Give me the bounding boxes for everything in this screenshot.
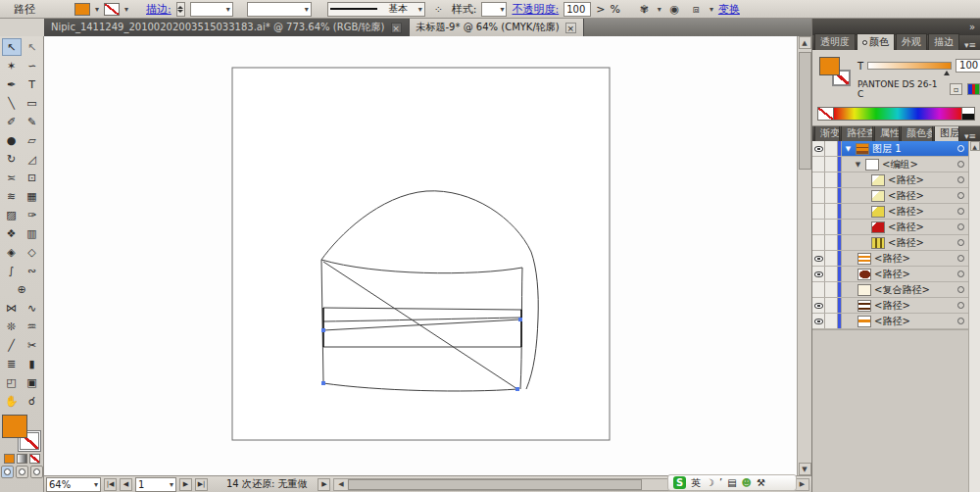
visibility-toggle[interactable] [812, 267, 825, 281]
tool-scallop[interactable]: ♒ [23, 318, 42, 335]
color-mode-icon[interactable] [967, 83, 980, 95]
layer-name[interactable]: <路径> [874, 315, 910, 328]
fill-proxy-swatch[interactable] [819, 57, 840, 75]
scroll-up-icon[interactable]: ▲ [799, 36, 811, 49]
spectrum-ramp[interactable] [834, 108, 961, 120]
layer-name[interactable]: <路径> [888, 221, 924, 234]
tool-pencil[interactable]: ✎ [23, 113, 42, 130]
tab-gradient[interactable]: 渐变 [814, 124, 840, 141]
tint-slider-track[interactable] [867, 62, 952, 70]
horizontal-scroll-thumb[interactable] [348, 479, 642, 490]
tool-wrinkle[interactable]: ∿ [23, 299, 42, 317]
ime-fullhalf-icon[interactable]: ☽ [706, 477, 714, 488]
isolate-icon[interactable]: ◉ [666, 2, 683, 17]
tab-transparency[interactable]: 透明度 [814, 33, 856, 50]
target-circle[interactable] [957, 208, 964, 215]
scroll-left-icon[interactable]: ◀ [334, 479, 347, 490]
tool-width[interactable]: ≍ [2, 169, 22, 186]
target-circle[interactable] [957, 271, 964, 277]
draw-behind-mode-button[interactable] [16, 466, 28, 478]
stroke-weight-stepper[interactable] [176, 2, 185, 17]
tool-rectangle[interactable]: ▭ [23, 94, 42, 112]
layer-row-group[interactable]: ▼<编组> [812, 157, 980, 172]
visibility-toggle[interactable] [812, 314, 825, 328]
layer-row-compound-path[interactable]: <复合路径> [812, 282, 980, 298]
tab-pathfinder[interactable]: 路径查 [841, 124, 873, 141]
layer-name[interactable]: <编组> [882, 158, 918, 172]
tool-line[interactable]: ╲ [2, 94, 22, 112]
anchor-point[interactable] [321, 328, 325, 332]
layer-row-path[interactable]: <路径> [812, 204, 980, 220]
recolor-dropdown-icon[interactable]: ▾ [658, 5, 662, 14]
target-circle[interactable] [957, 286, 964, 293]
canvas-vertical-scrollbar[interactable]: ▲ ▼ [797, 36, 811, 475]
layer-name[interactable]: 图层 1 [872, 142, 902, 156]
stroke-dropdown-icon[interactable]: ▾ [124, 5, 128, 14]
lock-toggle[interactable] [825, 314, 838, 328]
tint-slider-handle[interactable] [944, 71, 950, 75]
lock-toggle[interactable] [825, 141, 838, 156]
visibility-toggle[interactable] [812, 204, 825, 219]
tool-type[interactable]: T [23, 75, 42, 93]
tool-lasso[interactable]: ∽ [23, 57, 42, 74]
target-circle[interactable] [957, 176, 964, 183]
out-of-gamut-icon[interactable]: ▫ [950, 83, 962, 95]
align-dropdown-icon[interactable]: ▾ [710, 5, 713, 14]
expander-icon[interactable]: ▼ [844, 145, 853, 153]
tool-selection[interactable]: ↖ [2, 38, 22, 56]
tool-graph[interactable]: ▥ [23, 224, 42, 242]
fill-stroke-proxy[interactable] [2, 415, 41, 452]
zoom-level-combo[interactable]: 64%▾ [46, 477, 101, 492]
tool-artboard[interactable]: ⊕ [12, 280, 31, 298]
tool-paintbrush[interactable]: ✐ [2, 113, 22, 130]
tool-magic-wand[interactable]: ✶ [2, 57, 22, 74]
anchor-point[interactable] [515, 387, 519, 391]
target-circle[interactable] [957, 255, 964, 262]
tool-reshape[interactable]: ⋈ [2, 299, 22, 317]
visibility-toggle[interactable] [812, 172, 825, 187]
layer-row-path[interactable]: <路径> [812, 220, 980, 235]
layer-name[interactable]: <路径> [888, 205, 924, 219]
status-expand-icon[interactable]: ▶ [318, 478, 330, 491]
ime-settings-icon[interactable]: ⚒ [757, 477, 765, 488]
lock-toggle[interactable] [825, 204, 838, 219]
layer-row-path[interactable]: <路径> [812, 188, 980, 204]
ime-profile-icon[interactable]: ☻ [742, 477, 752, 488]
scroll-down-icon[interactable]: ▼ [799, 463, 811, 475]
fill-color-swatch[interactable] [74, 3, 90, 16]
target-circle[interactable] [957, 192, 964, 199]
canvas-area[interactable] [44, 36, 797, 475]
stroke-panel-link[interactable]: 描边: [146, 2, 172, 17]
tool-blob-brush[interactable]: ● [2, 131, 22, 149]
visibility-toggle[interactable] [812, 235, 825, 250]
tab-appearance[interactable]: 外观 [896, 33, 927, 50]
lock-toggle[interactable] [825, 282, 838, 297]
first-artboard-icon[interactable]: |◀ [104, 478, 117, 491]
lock-toggle[interactable] [825, 235, 838, 250]
layer-row-path[interactable]: <路径> [812, 298, 980, 314]
lock-toggle[interactable] [825, 267, 838, 281]
tool-liquify[interactable]: ∾ [23, 262, 42, 279]
tab-stroke[interactable]: 描边 [928, 33, 959, 50]
tool-direct-selection[interactable]: ↖ [23, 38, 42, 56]
scroll-up-icon[interactable]: ▲ [970, 141, 980, 151]
anchor-point[interactable] [321, 381, 325, 385]
tool-crop[interactable]: ▣ [23, 373, 42, 391]
tool-warp[interactable]: ∫ [2, 262, 22, 279]
target-circle[interactable] [957, 145, 964, 152]
tab-color[interactable]: 颜色 [857, 33, 895, 50]
ime-toolbar[interactable]: S 英 ☽ ’ ▤ ☻ ⚒ [667, 474, 797, 491]
color-spectrum-bar[interactable] [817, 107, 975, 121]
apply-color-button[interactable] [4, 454, 15, 464]
layer-name[interactable]: <复合路径> [874, 283, 930, 297]
document-tab-untitled9[interactable]: 未标题-9* @ 64% (CMYK/轮廓) × [410, 19, 584, 36]
lock-toggle[interactable] [825, 220, 838, 234]
visibility-toggle[interactable] [812, 188, 825, 203]
artboard-nav-combo[interactable]: 1▾ [135, 477, 176, 492]
white-black-swatches[interactable] [961, 108, 974, 120]
layer-row-path[interactable]: <路径> [812, 267, 980, 282]
next-artboard-icon[interactable]: ▶ [179, 478, 192, 491]
tool-live-paint-bucket[interactable]: ◈ [2, 243, 22, 261]
apply-gradient-button[interactable] [17, 454, 27, 464]
target-circle[interactable] [957, 239, 964, 246]
